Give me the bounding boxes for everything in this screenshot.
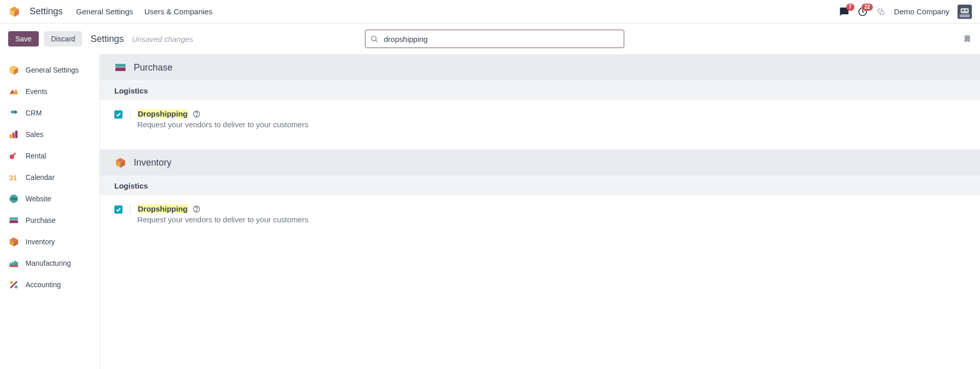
events-icon bbox=[8, 86, 19, 97]
svg-text:31: 31 bbox=[9, 174, 17, 182]
search-icon bbox=[370, 35, 378, 43]
handshake-icon bbox=[8, 107, 19, 119]
sidebar-item-inventory[interactable]: Inventory bbox=[0, 231, 100, 252]
sidebar-item-label: Sales bbox=[26, 130, 43, 139]
sidebar-item-events[interactable]: Events bbox=[0, 81, 100, 102]
sidebar-item-manufacturing[interactable]: Manufacturing bbox=[0, 252, 100, 274]
sidebar-item-calendar[interactable]: 31 Calendar bbox=[0, 167, 100, 188]
bar-chart-icon bbox=[8, 129, 19, 140]
sidebar-item-website[interactable]: Website bbox=[0, 188, 100, 210]
svg-rect-8 bbox=[960, 14, 970, 17]
sidebar: General Settings Events CRM Sales Rental bbox=[0, 54, 100, 369]
activities-badge: 22 bbox=[862, 4, 872, 11]
module-header-purchase: Purchase bbox=[100, 54, 980, 81]
svg-rect-6 bbox=[962, 10, 964, 11]
company-selector[interactable]: Demo Company bbox=[894, 7, 949, 16]
app-logo-icon[interactable] bbox=[8, 6, 20, 18]
setting-body: Dropshipping Request your vendors to del… bbox=[137, 109, 308, 129]
sidebar-item-label: Accounting bbox=[26, 281, 61, 289]
percent-icon bbox=[8, 279, 19, 290]
topnav-left: Settings General Settings Users & Compan… bbox=[8, 6, 212, 18]
factory-icon bbox=[8, 258, 19, 269]
sidebar-item-sales[interactable]: Sales bbox=[0, 124, 100, 145]
svg-point-37 bbox=[196, 211, 197, 211]
svg-rect-15 bbox=[15, 131, 18, 139]
setting-title-row: Dropshipping bbox=[137, 204, 308, 213]
calendar-icon: 31 bbox=[8, 172, 19, 183]
setting-title: Dropshipping bbox=[137, 109, 188, 118]
svg-rect-25 bbox=[10, 265, 18, 267]
menu-general-settings[interactable]: General Settings bbox=[76, 7, 133, 16]
search-wrapper bbox=[365, 30, 624, 48]
debug-icon[interactable] bbox=[876, 7, 886, 17]
sidebar-item-label: Manufacturing bbox=[26, 259, 71, 267]
sidebar-item-label: Events bbox=[26, 87, 47, 96]
section-header-logistics: Logistics bbox=[100, 81, 980, 100]
checkbox-dropshipping[interactable] bbox=[114, 110, 122, 119]
svg-rect-21 bbox=[10, 220, 18, 223]
sidebar-item-label: Rental bbox=[26, 152, 46, 160]
sidebar-item-label: General Settings bbox=[26, 66, 79, 74]
setting-title-row: Dropshipping bbox=[137, 109, 308, 118]
menu-users-companies[interactable]: Users & Companies bbox=[144, 7, 212, 16]
setting-row-dropshipping: Dropshipping Request your vendors to del… bbox=[100, 195, 980, 244]
setting-checkbox-col bbox=[114, 204, 130, 214]
setting-title: Dropshipping bbox=[137, 204, 188, 213]
svg-rect-30 bbox=[115, 67, 126, 71]
svg-rect-20 bbox=[10, 218, 18, 220]
sidebar-item-accounting[interactable]: Accounting bbox=[0, 274, 100, 295]
module-header-inventory: Inventory bbox=[100, 149, 980, 176]
svg-line-10 bbox=[376, 40, 377, 42]
control-bar: Save Discard Settings Unsaved changes bbox=[0, 24, 980, 54]
purchase-icon bbox=[8, 215, 19, 226]
save-button[interactable]: Save bbox=[8, 31, 39, 47]
activities-icon[interactable]: 22 bbox=[857, 7, 868, 17]
sidebar-item-label: Website bbox=[26, 195, 51, 203]
messages-icon[interactable]: 7 bbox=[839, 7, 849, 17]
help-icon[interactable] bbox=[192, 205, 201, 213]
gear-hex-icon bbox=[8, 64, 19, 76]
help-icon[interactable] bbox=[192, 110, 201, 118]
sidebar-item-crm[interactable]: CRM bbox=[0, 102, 100, 124]
setting-body: Dropshipping Request your vendors to del… bbox=[137, 204, 308, 224]
app-title: Settings bbox=[30, 6, 63, 17]
bookmark-icon[interactable] bbox=[963, 34, 972, 44]
sidebar-item-rental[interactable]: Rental bbox=[0, 145, 100, 167]
sidebar-item-label: Purchase bbox=[26, 216, 56, 224]
key-icon bbox=[8, 150, 19, 162]
svg-point-27 bbox=[10, 281, 13, 284]
box-icon bbox=[8, 236, 19, 247]
svg-rect-7 bbox=[966, 10, 967, 11]
section-header-logistics: Logistics bbox=[100, 176, 980, 195]
setting-checkbox-col bbox=[114, 109, 130, 119]
content-area: Purchase Logistics Dropshipping Request … bbox=[100, 54, 980, 369]
svg-rect-13 bbox=[10, 134, 12, 138]
purchase-icon bbox=[114, 61, 127, 74]
svg-rect-5 bbox=[961, 8, 969, 13]
discard-button[interactable]: Discard bbox=[44, 31, 82, 47]
globe-icon bbox=[8, 193, 19, 204]
box-icon bbox=[114, 156, 127, 169]
sidebar-item-purchase[interactable]: Purchase bbox=[0, 210, 100, 231]
search-input[interactable] bbox=[365, 30, 624, 48]
messages-badge: 7 bbox=[846, 4, 854, 11]
svg-rect-29 bbox=[115, 64, 126, 67]
setting-row-dropshipping: Dropshipping Request your vendors to del… bbox=[100, 100, 980, 149]
sidebar-item-label: Calendar bbox=[26, 173, 55, 181]
module-title: Inventory bbox=[134, 157, 172, 168]
setting-description: Request your vendors to deliver to your … bbox=[137, 215, 308, 224]
sidebar-item-general-settings[interactable]: General Settings bbox=[0, 59, 100, 81]
setting-description: Request your vendors to deliver to your … bbox=[137, 120, 308, 129]
user-avatar[interactable] bbox=[958, 5, 972, 19]
module-title: Purchase bbox=[134, 62, 173, 73]
topnav-right: 7 22 Demo Company bbox=[839, 5, 972, 19]
topnav-menu: General Settings Users & Companies bbox=[76, 7, 212, 16]
checkbox-dropshipping[interactable] bbox=[114, 205, 122, 214]
breadcrumb: Settings bbox=[90, 34, 124, 44]
svg-rect-14 bbox=[12, 132, 15, 138]
sidebar-item-label: Inventory bbox=[26, 238, 55, 246]
sidebar-item-label: CRM bbox=[26, 109, 42, 117]
main-layout: General Settings Events CRM Sales Rental bbox=[0, 54, 980, 369]
svg-point-9 bbox=[372, 36, 376, 41]
unsaved-indicator: Unsaved changes bbox=[132, 35, 193, 43]
